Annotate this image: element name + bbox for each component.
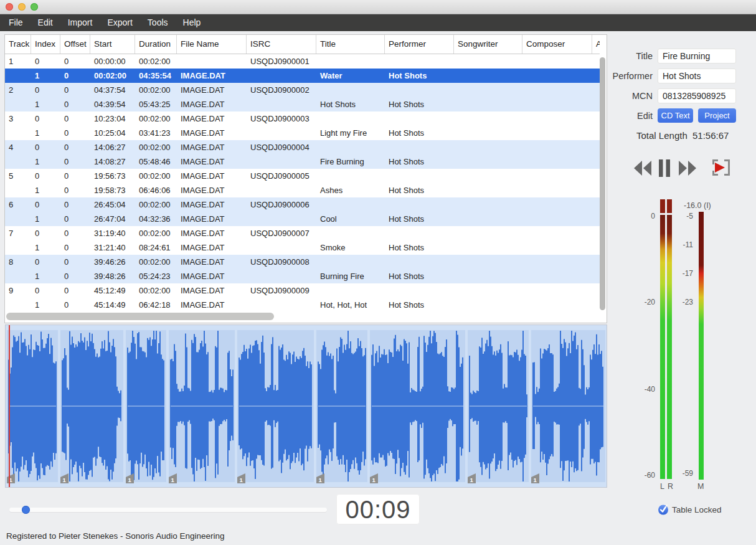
horizontal-scrollbar[interactable] <box>6 313 274 320</box>
table-row[interactable]: 1045:14:4906:42:18IMAGE.DATHot, Hot, Hot… <box>5 298 600 312</box>
column-header-songwriter[interactable]: Songwriter <box>454 35 522 54</box>
menu-import[interactable]: Import <box>60 14 100 31</box>
column-header-start[interactable]: Start <box>90 35 135 54</box>
column-header-offset[interactable]: Offset <box>60 35 90 54</box>
cell-track: 2 <box>5 83 31 97</box>
table-row[interactable]: 20004:37:5400:02:00IMAGE.DATUSQDJ0900002 <box>5 83 600 97</box>
cell-isrc: USQDJ0900001 <box>247 54 316 69</box>
cell-arranger <box>592 269 600 283</box>
vertical-scrollbar[interactable] <box>600 57 605 310</box>
cell-offset: 0 <box>60 83 90 97</box>
cell-index: 0 <box>31 169 60 183</box>
menu-export[interactable]: Export <box>100 14 139 31</box>
mcn-field[interactable]: 0813285908925 <box>658 88 736 103</box>
cell-duration: 03:41:23 <box>135 126 177 140</box>
cell-performer <box>385 255 454 269</box>
cd-text-button[interactable]: CD Text <box>658 108 693 123</box>
cell-songwriter <box>454 169 522 183</box>
cell-duration: 00:02:00 <box>135 169 177 183</box>
cell-duration: 00:02:00 <box>135 255 177 269</box>
table-locked-checkbox[interactable] <box>658 504 669 518</box>
close-button[interactable] <box>6 3 13 11</box>
cell-duration: 04:32:36 <box>135 212 177 226</box>
cell-title <box>316 283 385 298</box>
table-row[interactable]: 40014:06:2700:02:00IMAGE.DATUSQDJ0900004 <box>5 140 600 154</box>
table-row[interactable]: 1010:25:0403:41:23IMAGE.DATLight my Fire… <box>5 126 600 140</box>
cell-performer: Hot Shots <box>385 154 454 169</box>
cell-track <box>5 97 31 111</box>
cell-performer: Hot Shots <box>385 240 454 255</box>
cell-offset: 0 <box>60 283 90 298</box>
table-row[interactable]: 90045:12:4900:02:00IMAGE.DATUSQDJ0900009 <box>5 283 600 298</box>
cell-arranger <box>592 97 600 111</box>
cell-performer <box>385 54 454 69</box>
column-header-title[interactable]: Title <box>316 35 385 54</box>
project-button[interactable]: Project <box>698 108 736 123</box>
title-field[interactable]: Fire Burning <box>658 49 736 64</box>
cell-index: 1 <box>31 298 60 312</box>
column-header-composer[interactable]: Composer <box>522 35 592 54</box>
cell-duration: 00:02:00 <box>135 54 177 69</box>
cell-performer: Hot Shots <box>385 126 454 140</box>
table-row[interactable]: 1014:08:2705:48:46IMAGE.DATFire BurningH… <box>5 154 600 169</box>
table-row[interactable]: 1026:47:0404:32:36IMAGE.DATCoolHot Shots <box>5 212 600 226</box>
pause-button[interactable] <box>658 159 671 179</box>
column-header-duration[interactable]: Duration <box>135 35 177 54</box>
cell-arranger <box>592 169 600 183</box>
time-display: 00:09 <box>336 494 420 524</box>
cell-arranger <box>592 111 600 126</box>
cell-title: Hot, Hot, Hot <box>316 298 385 312</box>
cell-file: IMAGE.DAT <box>177 269 247 283</box>
rewind-button[interactable] <box>633 160 653 179</box>
cell-file: IMAGE.DAT <box>177 126 247 140</box>
fast-forward-icon <box>678 168 697 178</box>
table-row[interactable]: 10000:00:0000:02:00USQDJ0900001 <box>5 54 600 69</box>
cell-isrc <box>247 183 316 197</box>
table-row[interactable]: 1039:48:2605:24:23IMAGE.DATBurning FireH… <box>5 269 600 283</box>
column-header-isrc[interactable]: ISRC <box>247 35 316 54</box>
zoom-button[interactable] <box>31 3 38 11</box>
cell-offset: 0 <box>60 240 90 255</box>
cell-start: 31:19:40 <box>90 226 135 240</box>
minimize-button[interactable] <box>18 3 26 11</box>
table-row[interactable]: 60026:45:0400:02:00IMAGE.DATUSQDJ0900006 <box>5 197 600 212</box>
column-header-performer[interactable]: Performer <box>385 35 454 54</box>
cell-offset: 0 <box>60 226 90 240</box>
table-row[interactable]: 1000:02:0004:35:54IMAGE.DATWaterHot Shot… <box>5 69 600 83</box>
table-row[interactable]: 30010:23:0400:02:00IMAGE.DATUSQDJ0900003 <box>5 111 600 126</box>
performer-field[interactable]: Hot Shots <box>658 69 736 83</box>
waveform-display[interactable]: 111111111 <box>5 325 607 488</box>
fast-forward-button[interactable] <box>678 160 697 179</box>
cell-offset: 0 <box>60 183 90 197</box>
play-selection-button[interactable] <box>710 157 732 181</box>
cell-start: 45:12:49 <box>90 283 135 298</box>
cell-start: 45:14:49 <box>90 298 135 312</box>
cell-track: 6 <box>5 197 31 212</box>
table-row[interactable]: 1031:21:4008:24:61IMAGE.DATSmokeHot Shot… <box>5 240 600 255</box>
cell-file: IMAGE.DAT <box>177 283 247 298</box>
column-header-index[interactable]: Index <box>31 35 60 54</box>
table-row[interactable]: 1004:39:5405:43:25IMAGE.DATHot ShotsHot … <box>5 97 600 111</box>
column-header-track[interactable]: Track <box>5 35 31 54</box>
cell-track: 5 <box>5 169 31 183</box>
menu-help[interactable]: Help <box>176 14 209 31</box>
cell-track <box>5 269 31 283</box>
table-row[interactable]: 70031:19:4000:02:00IMAGE.DATUSQDJ0900007 <box>5 226 600 240</box>
table-row[interactable]: 50019:56:7300:02:00IMAGE.DATUSQDJ0900005 <box>5 169 600 183</box>
table-row[interactable]: 80039:46:2600:02:00IMAGE.DATUSQDJ0900008 <box>5 255 600 269</box>
playback-slider-thumb[interactable] <box>22 506 30 514</box>
cell-composer <box>522 126 592 140</box>
cell-title: Fire Burning <box>316 154 385 169</box>
playback-slider[interactable] <box>9 508 327 512</box>
table-row[interactable]: 1019:58:7306:46:06IMAGE.DATAshesHot Shot… <box>5 183 600 197</box>
menu-file[interactable]: File <box>1 14 31 31</box>
column-header-file-name[interactable]: File Name <box>177 35 247 54</box>
channel-label-r: R <box>668 482 673 491</box>
svg-text:1: 1 <box>63 476 67 483</box>
column-header-arr[interactable]: Arr <box>592 35 600 54</box>
cell-composer <box>522 169 592 183</box>
cell-index: 1 <box>31 69 60 83</box>
cell-isrc <box>247 97 316 111</box>
menu-edit[interactable]: Edit <box>31 14 60 31</box>
menu-tools[interactable]: Tools <box>140 14 176 31</box>
